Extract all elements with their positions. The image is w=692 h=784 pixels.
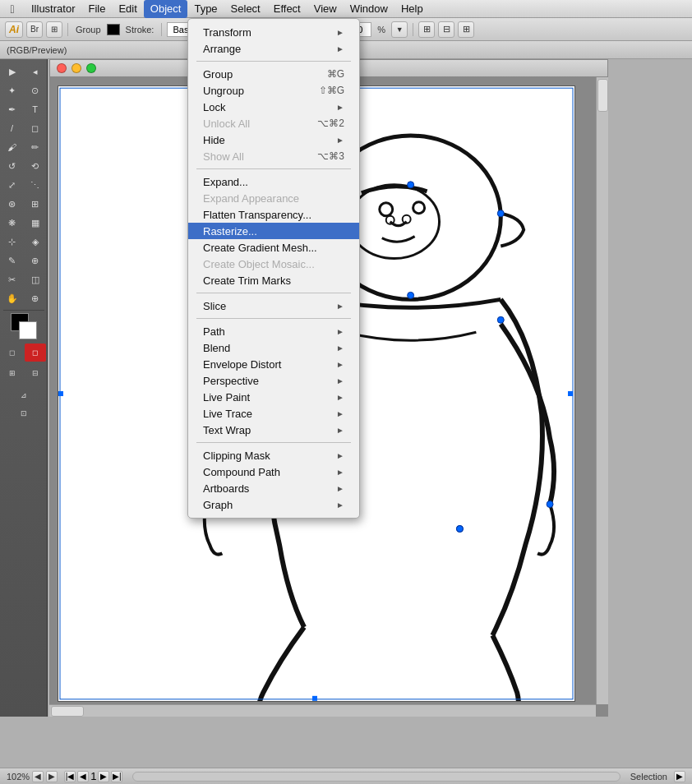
normal-mode[interactable]: ◻ <box>2 344 23 362</box>
background-color[interactable] <box>19 321 37 339</box>
perspective-grid[interactable]: ⊿ <box>13 386 35 404</box>
menu-envelope-distort-arrow: ► <box>336 360 344 369</box>
menu-create-trim-marks[interactable]: Create Trim Marks <box>188 272 359 288</box>
type-tool[interactable]: T <box>25 100 46 118</box>
bottom-scroll-track[interactable] <box>132 772 620 782</box>
blend-tool[interactable]: ⊕ <box>25 251 46 270</box>
menu-object[interactable]: Object <box>144 0 188 18</box>
pencil-tool[interactable]: ✏ <box>25 138 46 156</box>
tool-row-4: / ◻ <box>2 119 46 137</box>
gradient-tool[interactable]: ◈ <box>25 233 46 251</box>
symbol-tool[interactable]: ❋ <box>2 214 23 232</box>
screen-mode-btn[interactable]: ⊞ <box>2 364 23 382</box>
tool-row-8: ⊛ ⊞ <box>2 195 46 213</box>
menu-arrange[interactable]: Arrange ► <box>188 40 359 57</box>
eraser-tool[interactable]: ◫ <box>25 270 46 288</box>
bridge-btn[interactable]: Br <box>26 21 43 38</box>
menu-blend[interactable]: Blend ► <box>188 339 359 356</box>
vertical-scrollbar[interactable] <box>596 77 608 704</box>
menu-artboards[interactable]: Artboards ► <box>188 480 359 496</box>
next-page-btn[interactable]: ▶ <box>98 771 109 782</box>
menu-help[interactable]: Help <box>394 0 430 18</box>
scissors-tool[interactable]: ✂ <box>2 270 23 288</box>
last-page-btn[interactable]: ▶| <box>111 771 122 782</box>
menu-perspective-label: Perspective <box>203 375 259 387</box>
mask-mode[interactable]: ◻ <box>25 344 46 362</box>
fill-color-swatch[interactable] <box>107 24 120 35</box>
warp-tool[interactable]: ⊛ <box>2 195 23 213</box>
tool-row-12: ✂ ◫ <box>2 270 46 288</box>
artboard-tool[interactable]: ⊡ <box>13 404 35 422</box>
close-button[interactable] <box>57 63 67 73</box>
menu-live-paint[interactable]: Live Paint ► <box>188 389 359 405</box>
menu-ungroup-shortcut: ⇧⌘G <box>319 85 344 96</box>
select-tool[interactable]: ▶ <box>2 62 23 81</box>
menu-sep-3 <box>196 293 351 293</box>
scrollbar-thumb-h[interactable] <box>51 706 84 717</box>
menu-illustrator[interactable]: Illustrator <box>25 0 81 18</box>
menu-effect[interactable]: Effect <box>267 0 307 18</box>
scale-tool[interactable]: ⤢ <box>2 176 23 194</box>
menu-live-trace[interactable]: Live Trace ► <box>188 405 359 422</box>
free-transform[interactable]: ⊞ <box>25 195 46 213</box>
workspace-btn[interactable]: ⊞ <box>46 21 62 38</box>
pen-tool[interactable]: ✒ <box>2 100 23 118</box>
menu-group[interactable]: Group ⌘G <box>188 66 359 82</box>
prev-page-btn[interactable]: ◀ <box>77 771 89 782</box>
menu-graph[interactable]: Graph ► <box>188 496 359 513</box>
grid-btn-1[interactable]: ⊞ <box>418 21 435 38</box>
menu-clipping-mask[interactable]: Clipping Mask ► <box>188 447 359 463</box>
menu-perspective[interactable]: Perspective ► <box>188 372 359 389</box>
grid-btn-2[interactable]: ⊟ <box>438 21 454 38</box>
grid-btn-3[interactable]: ⊞ <box>458 21 474 38</box>
eyedropper-tool[interactable]: ✎ <box>2 251 23 270</box>
minimize-button[interactable] <box>72 63 81 73</box>
menu-arrange-label: Arrange <box>203 43 241 55</box>
reflect-tool[interactable]: ⟲ <box>25 157 46 175</box>
menu-transform-label: Transform <box>203 26 251 39</box>
menu-edit[interactable]: Edit <box>112 0 143 18</box>
menu-window[interactable]: Window <box>344 0 394 18</box>
apple-menu[interactable]:  <box>0 2 25 16</box>
menu-lock[interactable]: Lock ► <box>188 99 359 115</box>
zoom-tool[interactable]: ⊕ <box>25 289 46 307</box>
menu-transform[interactable]: Transform ► <box>188 24 359 40</box>
menu-path[interactable]: Path ► <box>188 323 359 339</box>
direct-select-tool[interactable]: ◂ <box>25 62 46 81</box>
opacity-options-btn[interactable]: ▼ <box>391 21 408 38</box>
menu-create-gradient-mesh[interactable]: Create Gradient Mesh... <box>188 239 359 256</box>
menu-view[interactable]: View <box>307 0 344 18</box>
menu-rasterize[interactable]: Rasterize... <box>188 223 359 239</box>
rotate-tool[interactable]: ↺ <box>2 157 23 175</box>
column-chart[interactable]: ▦ <box>25 214 46 232</box>
hand-tool[interactable]: ✋ <box>2 289 23 307</box>
menu-ungroup[interactable]: Ungroup ⇧⌘G <box>188 82 359 99</box>
line-tool[interactable]: / <box>2 119 23 137</box>
selection-arrow[interactable]: ▶ <box>674 771 685 782</box>
first-page-btn[interactable]: |◀ <box>64 771 76 782</box>
zoom-prev-btn[interactable]: ◀ <box>32 771 44 782</box>
menu-type[interactable]: Type <box>187 0 224 18</box>
scrollbar-thumb-v[interactable] <box>597 79 608 112</box>
menu-expand[interactable]: Expand... <box>188 173 359 190</box>
menu-select[interactable]: Select <box>224 0 267 18</box>
mesh-tool[interactable]: ⊹ <box>2 233 23 251</box>
paintbrush-tool[interactable]: 🖌 <box>2 138 23 156</box>
lasso-tool[interactable]: ⊙ <box>25 81 46 99</box>
menu-flatten-transparency[interactable]: Flatten Transparency... <box>188 206 359 223</box>
rect-tool[interactable]: ◻ <box>25 119 46 137</box>
ai-logo-btn[interactable]: Ai <box>5 21 23 38</box>
shear-tool[interactable]: ⋱ <box>25 176 46 194</box>
menu-envelope-distort[interactable]: Envelope Distort ► <box>188 356 359 372</box>
view-mode-btn[interactable]: ⊟ <box>25 364 46 382</box>
menu-slice[interactable]: Slice ► <box>188 297 359 314</box>
menu-clipping-mask-label: Clipping Mask <box>203 450 270 462</box>
magic-wand-tool[interactable]: ✦ <box>2 81 23 99</box>
menu-text-wrap[interactable]: Text Wrap ► <box>188 422 359 438</box>
menu-file[interactable]: File <box>81 0 112 18</box>
menu-hide[interactable]: Hide ► <box>188 131 359 148</box>
menu-compound-path[interactable]: Compound Path ► <box>188 463 359 480</box>
maximize-button[interactable] <box>86 63 96 73</box>
zoom-next-btn[interactable]: ▶ <box>46 771 58 782</box>
horizontal-scrollbar[interactable] <box>49 704 596 717</box>
